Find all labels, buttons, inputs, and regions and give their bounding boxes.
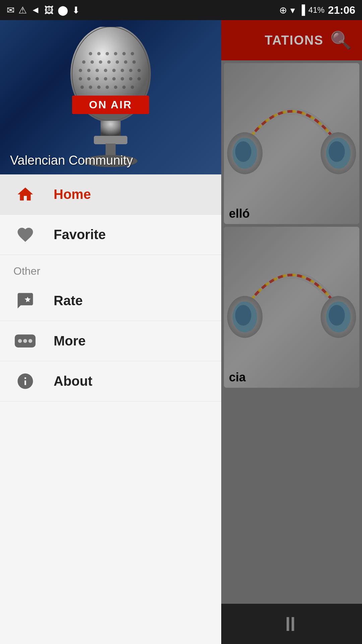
right-panel: TATIONS 🔍 [221, 20, 362, 644]
download-icon: ⬇ [72, 5, 80, 16]
status-bar: ✉ ⚠ ◄ 🖼 ⬤ ⬇ ⊕ ▾ ▐ 41% 21:06 [0, 0, 362, 20]
svg-point-53 [329, 141, 345, 162]
hero-title: Valencian Community [10, 153, 133, 168]
rate-icon [13, 289, 37, 313]
svg-point-9 [90, 60, 94, 64]
svg-point-14 [132, 60, 136, 64]
svg-point-50 [235, 141, 251, 162]
image-icon: 🖼 [44, 5, 54, 16]
more-label: More [54, 333, 86, 348]
svg-point-32 [89, 86, 92, 89]
add-icon: ⊕ [279, 5, 287, 16]
email-icon: ✉ [7, 5, 14, 16]
stations-label-partial: TATIONS [265, 33, 323, 47]
nav-item-about[interactable]: About [0, 361, 221, 401]
svg-point-16 [87, 69, 90, 72]
battery-text: 41% [308, 5, 324, 15]
right-header: TATIONS 🔍 [221, 20, 362, 60]
svg-point-20 [121, 69, 124, 72]
svg-point-13 [124, 60, 127, 64]
status-time: 21:06 [328, 4, 355, 16]
svg-point-56 [235, 305, 251, 326]
svg-point-24 [87, 77, 90, 80]
status-icons-left: ✉ ⚠ ◄ 🖼 ⬤ ⬇ [7, 5, 80, 16]
svg-point-28 [121, 77, 124, 80]
station-1-image [224, 63, 359, 224]
svg-point-37 [131, 86, 134, 89]
svg-point-34 [106, 86, 109, 89]
svg-point-18 [104, 69, 107, 72]
other-section-header: Other [0, 255, 221, 281]
svg-point-4 [106, 52, 109, 55]
nav-section: Home Favorite Other [0, 174, 221, 644]
microphone-container: ON AIR [0, 20, 221, 174]
back-icon: ◄ [31, 5, 40, 15]
svg-point-6 [122, 52, 126, 55]
stations-list: elló [221, 60, 362, 604]
svg-point-35 [114, 86, 117, 89]
home-icon [13, 183, 37, 206]
svg-rect-40 [101, 121, 121, 138]
nav-item-home[interactable]: Home [0, 174, 221, 215]
wifi-icon: ▾ [290, 5, 295, 16]
svg-point-12 [116, 60, 119, 64]
signal-icon: ▐ [298, 5, 305, 15]
sidebar: ON AIR Valencian Community [0, 20, 221, 644]
svg-point-47 [28, 339, 33, 343]
svg-point-59 [329, 305, 345, 326]
svg-point-27 [112, 77, 116, 80]
svg-point-30 [137, 77, 141, 80]
svg-point-36 [122, 86, 126, 89]
alert-icon: ⚠ [18, 5, 27, 16]
svg-point-26 [104, 77, 107, 80]
hero-banner: ON AIR Valencian Community [0, 20, 221, 174]
svg-point-19 [112, 69, 116, 72]
svg-point-8 [82, 60, 85, 64]
about-label: About [54, 374, 93, 389]
main-layout: ON AIR Valencian Community [0, 20, 362, 644]
svg-point-21 [129, 69, 132, 72]
station-card-1[interactable]: elló [224, 63, 359, 224]
svg-point-11 [107, 60, 111, 64]
circle-icon: ⬤ [58, 5, 68, 16]
svg-point-46 [23, 339, 27, 343]
svg-point-3 [97, 52, 101, 55]
favorite-label: Favorite [54, 227, 106, 242]
svg-point-5 [114, 52, 117, 55]
svg-point-17 [96, 69, 99, 72]
more-icon [13, 329, 37, 353]
nav-item-favorite[interactable]: Favorite [0, 215, 221, 255]
svg-point-23 [79, 77, 82, 80]
info-icon [13, 370, 37, 393]
station-2-image [224, 227, 359, 388]
pause-button[interactable]: ⏸ [280, 612, 303, 636]
svg-point-29 [129, 77, 132, 80]
svg-point-15 [79, 69, 82, 72]
microphone-image: ON AIR [54, 27, 168, 168]
rate-label: Rate [54, 293, 83, 308]
svg-point-10 [99, 60, 102, 64]
svg-point-31 [80, 86, 84, 89]
status-icons-right: ⊕ ▾ ▐ 41% 21:06 [279, 4, 355, 16]
svg-point-25 [96, 77, 99, 80]
svg-point-7 [131, 52, 134, 55]
svg-point-2 [89, 52, 92, 55]
svg-point-45 [18, 339, 22, 343]
svg-text:ON AIR: ON AIR [89, 99, 132, 111]
station-card-2[interactable]: cia [224, 227, 359, 388]
nav-item-rate[interactable]: Rate [0, 281, 221, 321]
svg-rect-41 [94, 136, 127, 144]
stations-title: TATIONS [258, 33, 330, 48]
heart-icon [13, 223, 37, 247]
station-2-name: cia [229, 370, 246, 384]
search-icon[interactable]: 🔍 [330, 30, 352, 51]
home-label: Home [54, 187, 91, 202]
player-bar[interactable]: ⏸ [221, 604, 362, 644]
nav-item-more[interactable]: More [0, 321, 221, 361]
station-1-name: elló [229, 207, 250, 221]
svg-point-22 [137, 69, 141, 72]
svg-point-33 [97, 86, 101, 89]
